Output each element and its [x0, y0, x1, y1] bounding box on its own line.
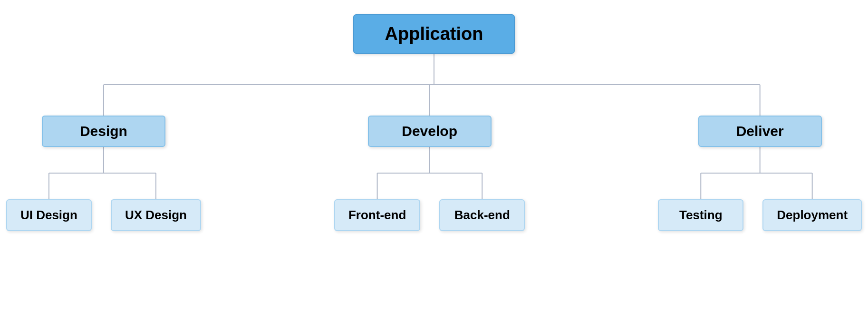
group-develop: Develop Front-end Back-end — [334, 116, 525, 231]
node-develop: Develop — [368, 116, 492, 147]
node-application: Application — [353, 14, 515, 54]
node-deliver: Deliver — [698, 116, 822, 147]
org-chart: Application Design UI Design UX Design D… — [0, 0, 868, 330]
group-deliver: Deliver Testing Deployment — [658, 116, 862, 231]
node-backend: Back-end — [439, 199, 525, 231]
node-ux-design: UX Design — [111, 199, 201, 231]
node-testing: Testing — [658, 199, 743, 231]
node-frontend: Front-end — [334, 199, 420, 231]
group-design: Design UI Design UX Design — [6, 116, 201, 231]
node-deployment: Deployment — [762, 199, 862, 231]
node-ui-design: UI Design — [6, 199, 92, 231]
node-design: Design — [42, 116, 165, 147]
